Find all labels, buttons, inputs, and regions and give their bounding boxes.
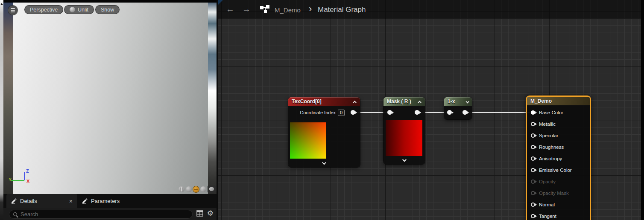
viewport-background-left (3, 3, 13, 194)
node-oneminus-title: 1-x (448, 98, 455, 104)
perspective-button[interactable]: Perspective (24, 5, 63, 14)
node-material-result[interactable]: M_Demo Base Color Metallic Specular Roug… (526, 96, 591, 220)
mask-input-pin[interactable] (387, 110, 392, 115)
chevron-down-icon[interactable] (403, 155, 406, 163)
texcoord-output-pin[interactable] (351, 110, 355, 115)
chevron-down-icon[interactable] (466, 98, 468, 104)
tab-parameters-label: Parameters (91, 198, 120, 204)
pin-circle-icon[interactable] (531, 156, 535, 161)
pin-row-anisotropy[interactable]: Anisotropy (527, 153, 590, 164)
preview-viewport[interactable]: Perspective Unlit Show Z X Y (3, 0, 217, 194)
material-graph-panel[interactable]: ← → M_Demo › Material Graph TexCoord[0] (218, 0, 641, 220)
preview-mesh-plane[interactable] (13, 3, 208, 194)
node-texcoord-header[interactable]: TexCoord[0] (288, 97, 360, 106)
pin-label: Base Color (539, 110, 563, 115)
axis-gizmo: Z X Y (6, 168, 36, 188)
breadcrumb-current: Material Graph (318, 6, 366, 14)
chevron-down-icon[interactable] (323, 158, 326, 166)
tab-details[interactable]: Details × (6, 194, 77, 208)
pin-row-emissive-color[interactable]: Emissive Color (527, 164, 590, 176)
search-field[interactable] (9, 210, 193, 219)
mask-output-pin[interactable] (415, 110, 419, 115)
unlit-label: Unlit (78, 7, 88, 13)
oneminus-output-pin[interactable] (463, 110, 467, 115)
breadcrumb-root[interactable]: M_Demo (275, 6, 301, 14)
pin-label: Normal (539, 202, 555, 207)
teapot-icon (209, 187, 214, 191)
pin-row-opacity: Opacity (527, 176, 590, 187)
pin-row-opacity-mask: Opacity Mask (527, 187, 590, 199)
axis-x-label: X (26, 179, 29, 184)
pin-label: Roughness (539, 145, 564, 150)
pin-row-specular[interactable]: Specular (527, 130, 590, 141)
preview-shape-sphere-button[interactable] (186, 186, 192, 192)
viewport-menu-button[interactable] (8, 6, 18, 15)
pin-circle-icon[interactable] (531, 203, 535, 207)
search-input[interactable] (20, 211, 174, 217)
node-material-title: M_Demo (530, 98, 552, 104)
pin-label: Opacity (539, 179, 556, 184)
pin-label: Emissive Color (539, 168, 572, 173)
axis-z-line (24, 172, 25, 180)
material-editor-window: Perspective Unlit Show Z X Y (0, 0, 644, 220)
graph-title-bar: ← → M_Demo › Material Graph (218, 0, 641, 19)
preview-shape-mesh-button[interactable] (208, 185, 216, 193)
pin-circle-icon[interactable] (531, 122, 535, 126)
node-graph-icon (260, 5, 271, 14)
details-search-row: ⚙ (3, 208, 217, 220)
pin-circle-icon[interactable] (531, 133, 535, 138)
chevron-up-icon[interactable] (354, 98, 357, 104)
pin-row-normal[interactable]: Normal (527, 199, 590, 210)
coordinate-index-row: Coordinate Index 0 (288, 106, 360, 119)
nav-forward-button[interactable]: → (242, 4, 251, 14)
axis-y-label: Y (9, 177, 12, 182)
wire-oneminus-to-basecolor[interactable] (465, 112, 533, 113)
pin-label: Specular (539, 133, 558, 138)
left-panel-edge[interactable] (0, 0, 3, 220)
unlit-sphere-icon (70, 7, 75, 12)
close-icon[interactable]: × (69, 198, 73, 204)
preview-shape-cylinder-button[interactable] (179, 186, 184, 192)
node-mask[interactable]: Mask ( R ) (383, 97, 425, 164)
mask-red-preview (386, 120, 422, 156)
node-oneminus[interactable]: 1-x (444, 97, 472, 119)
pin-row-metallic[interactable]: Metallic (527, 118, 590, 130)
node-mask-header[interactable]: Mask ( R ) (383, 97, 425, 106)
nav-back-button[interactable]: ← (226, 4, 234, 14)
node-mask-title: Mask ( R ) (387, 98, 411, 104)
node-material-header[interactable]: M_Demo (527, 97, 590, 105)
parameters-pencil-icon (82, 198, 88, 204)
show-button[interactable]: Show (95, 5, 120, 14)
preview-shape-cube-button[interactable] (200, 186, 206, 192)
perspective-label: Perspective (30, 7, 58, 13)
node-oneminus-header[interactable]: 1-x (444, 97, 472, 106)
show-label: Show (101, 7, 114, 13)
table-view-icon[interactable] (196, 210, 203, 217)
pin-circle-icon[interactable] (531, 168, 535, 172)
pin-label: Metallic (539, 122, 556, 127)
gear-icon[interactable]: ⚙ (207, 210, 214, 217)
details-toolbar-icons: ⚙ (196, 210, 214, 217)
coordinate-index-label: Coordinate Index (300, 110, 336, 115)
coordinate-index-input[interactable]: 0 (338, 110, 345, 116)
collapse-arrow-icon (0, 3, 3, 5)
pin-row-tangent[interactable]: Tangent (527, 210, 590, 220)
pin-circle-icon[interactable] (531, 110, 535, 115)
material-pin-list: Base Color Metallic Specular Roughness A… (527, 105, 590, 220)
texcoord-uv-preview (290, 122, 326, 159)
pin-label: Tangent (539, 214, 556, 219)
breadcrumb-separator-icon: › (309, 3, 312, 14)
pin-circle-icon (531, 179, 535, 184)
view-mode-button[interactable]: Unlit (64, 5, 94, 14)
magnifier-icon (13, 212, 17, 216)
pin-circle-icon[interactable] (531, 145, 535, 149)
node-texcoord[interactable]: TexCoord[0] Coordinate Index 0 (288, 97, 360, 167)
window-right-edge (641, 0, 644, 220)
tab-parameters[interactable]: Parameters (77, 194, 124, 208)
chevron-up-icon[interactable] (419, 98, 422, 104)
pin-row-base-color[interactable]: Base Color (527, 107, 590, 118)
pin-row-roughness[interactable]: Roughness (527, 141, 590, 153)
preview-shape-plane-button[interactable] (193, 186, 199, 192)
oneminus-input-pin[interactable] (447, 110, 452, 115)
pin-circle-icon[interactable] (531, 214, 535, 218)
